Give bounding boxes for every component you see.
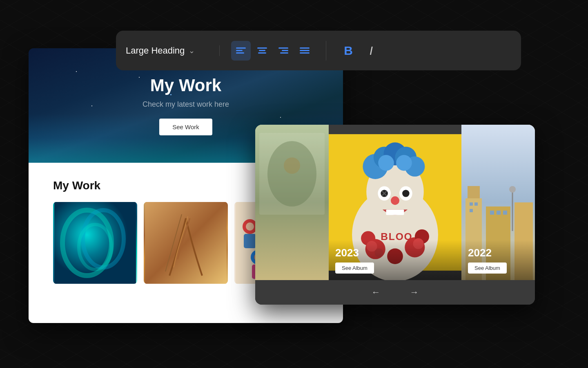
svg-point-52 <box>396 155 412 171</box>
svg-rect-76 <box>474 202 478 206</box>
carousel-track: BLOO 2023 See Album <box>255 125 535 280</box>
align-center-icon <box>256 45 268 56</box>
svg-rect-6 <box>278 47 288 49</box>
see-work-button[interactable]: See Work <box>159 119 212 135</box>
svg-point-82 <box>509 186 516 193</box>
svg-rect-78 <box>490 211 494 215</box>
star <box>139 77 140 78</box>
align-justify-icon <box>299 45 310 56</box>
svg-rect-1 <box>236 50 243 51</box>
bold-icon: B <box>344 44 353 58</box>
carousel-next-button[interactable]: → <box>403 284 425 301</box>
svg-rect-60 <box>386 210 404 215</box>
svg-rect-16 <box>145 202 227 284</box>
italic-icon: I <box>370 44 373 58</box>
svg-rect-2 <box>236 52 244 54</box>
svg-rect-5 <box>258 52 266 54</box>
hero-content: My Work Check my latest work here See Wo… <box>143 76 229 135</box>
album-item-left <box>255 125 329 280</box>
gallery-item[interactable] <box>144 202 228 284</box>
album-item-right: 2022 See Album <box>461 125 535 280</box>
album-overlay-right: 2022 See Album <box>461 240 535 280</box>
star <box>76 71 77 72</box>
svg-point-51 <box>378 155 394 171</box>
heading-selector[interactable]: Large Heading ⌄ <box>126 45 220 56</box>
svg-rect-7 <box>282 50 288 51</box>
italic-button[interactable]: I <box>361 40 382 61</box>
left-album-art <box>255 125 329 280</box>
album-year-2022: 2022 <box>468 247 528 259</box>
align-right-icon <box>278 45 289 56</box>
svg-rect-72 <box>468 186 480 198</box>
align-right-button[interactable] <box>274 41 293 61</box>
gallery-item[interactable] <box>53 202 137 284</box>
svg-rect-8 <box>280 52 288 54</box>
svg-point-59 <box>391 196 399 205</box>
align-center-button[interactable] <box>252 41 272 61</box>
carousel-prev-button[interactable]: ← <box>365 284 387 301</box>
svg-rect-20 <box>244 234 256 248</box>
hero-subtitle: Check my latest work here <box>143 100 229 109</box>
svg-rect-75 <box>470 202 473 206</box>
album-year-2023: 2023 <box>335 247 455 259</box>
svg-rect-0 <box>236 47 246 49</box>
heading-type-label: Large Heading <box>126 45 185 56</box>
svg-rect-80 <box>503 211 507 215</box>
svg-rect-10 <box>300 50 310 51</box>
formatting-toolbar: Large Heading ⌄ <box>116 31 521 70</box>
svg-point-19 <box>246 222 254 231</box>
carousel-navigation: ← → <box>255 280 535 305</box>
bold-button[interactable]: B <box>338 40 359 61</box>
svg-point-56 <box>402 190 410 197</box>
see-album-button-2023[interactable]: See Album <box>335 263 374 274</box>
svg-point-42 <box>284 157 300 174</box>
album-carousel-panel: BLOO 2023 See Album <box>255 125 535 305</box>
star <box>91 105 92 106</box>
align-left-button[interactable] <box>231 41 251 61</box>
album-item-center: BLOO 2023 See Album <box>329 125 461 280</box>
svg-rect-11 <box>300 52 310 54</box>
hand-art-svg <box>144 202 228 284</box>
svg-rect-4 <box>259 50 265 51</box>
hero-title: My Work <box>143 76 229 95</box>
svg-rect-9 <box>300 47 310 49</box>
align-left-icon <box>235 45 247 56</box>
svg-rect-77 <box>470 209 473 212</box>
alignment-controls <box>220 41 326 61</box>
format-controls: B I <box>326 40 393 61</box>
teal-art-svg <box>53 202 137 284</box>
svg-rect-79 <box>497 211 501 215</box>
see-album-button-2022[interactable]: See Album <box>468 263 507 274</box>
album-overlay-center: 2023 See Album <box>329 240 461 280</box>
svg-rect-3 <box>257 47 267 49</box>
align-justify-button[interactable] <box>295 41 314 61</box>
chevron-down-icon[interactable]: ⌄ <box>189 46 195 55</box>
